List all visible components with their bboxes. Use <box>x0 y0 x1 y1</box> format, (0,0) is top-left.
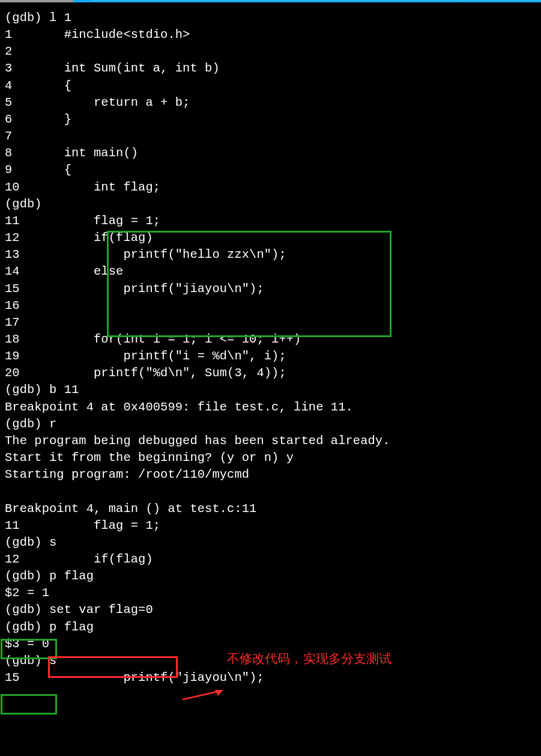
terminal-line: 13 printf("hello zzx\n"); <box>5 248 286 261</box>
terminal-line: 1 #include<stdio.h> <box>5 28 190 41</box>
terminal-line: 18 for(int i = 1; i <= 10; i++) <box>5 332 301 346</box>
terminal-line: 11 flag = 1; <box>5 214 160 228</box>
terminal-line: 9 { <box>5 163 71 177</box>
terminal-line: 15 printf("jiayou\n"); <box>5 671 264 684</box>
terminal-line: (gdb) p flag <box>5 569 94 583</box>
terminal-line: 19 printf("i = %d\n", i); <box>5 349 286 363</box>
svg-line-0 <box>183 691 220 700</box>
highlight-box-value-2 <box>1 694 57 715</box>
terminal-line: 20 printf("%d\n", Sum(3, 4)); <box>5 366 286 380</box>
terminal-line: Breakpoint 4 at 0x400599: file test.c, l… <box>5 400 353 414</box>
terminal-line: (gdb) set var flag=0 <box>5 603 153 617</box>
terminal-line: 12 if(flag) <box>5 231 153 245</box>
terminal-line: 12 if(flag) <box>5 552 153 566</box>
terminal-line: 10 int flag; <box>5 180 160 194</box>
terminal-line: (gdb) s <box>5 654 56 668</box>
terminal-line: 3 int Sum(int a, int b) <box>5 61 220 75</box>
terminal-line: Start it from the beginning? (y or n) y <box>5 451 294 465</box>
terminal-line: (gdb) l 1 <box>5 11 71 25</box>
terminal-output[interactable]: (gdb) l 1 1 #include<stdio.h> 2 3 int Su… <box>0 2 541 756</box>
terminal-line: (gdb) <box>5 197 49 211</box>
terminal-line: 14 else <box>5 264 123 278</box>
arrow-icon <box>180 655 223 668</box>
terminal-line: (gdb) r <box>5 417 56 431</box>
terminal-line: 4 { <box>5 79 71 93</box>
terminal-line: Starting program: /root/110/mycmd <box>5 468 256 481</box>
terminal-line: 11 flag = 1; <box>5 519 160 532</box>
annotation-label: 不修改代码，实现多分支测试 <box>227 650 391 668</box>
terminal-line: $2 = 1 <box>5 586 49 600</box>
terminal-line: $3 = 0 <box>5 637 49 651</box>
terminal-line: 16 <box>5 299 20 312</box>
terminal-line: Breakpoint 4, main () at test.c:11 <box>5 502 256 516</box>
terminal-line: 5 return a + b; <box>5 96 190 109</box>
terminal-line: (gdb) p flag <box>5 620 94 634</box>
terminal-line: (gdb) b 11 <box>5 383 79 397</box>
terminal-line: 6 } <box>5 112 71 126</box>
terminal-line: 2 <box>5 44 12 58</box>
terminal-line: (gdb) s <box>5 535 56 549</box>
terminal-line: The program being debugged has been star… <box>5 434 390 448</box>
terminal-line: 8 int main() <box>5 146 138 160</box>
terminal-line: 7 <box>5 129 12 143</box>
terminal-line: 15 printf("jiayou\n"); <box>5 282 264 296</box>
svg-marker-1 <box>215 690 223 696</box>
terminal-line: 17 <box>5 316 20 329</box>
